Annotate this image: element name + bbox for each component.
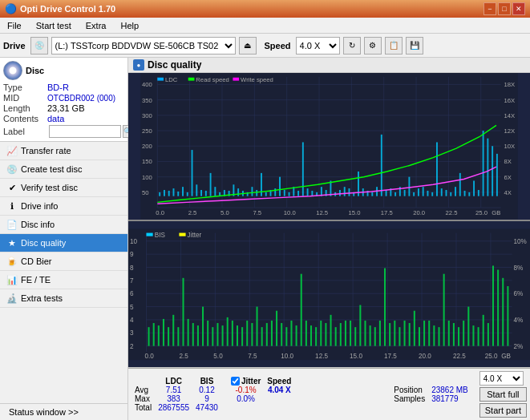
bis-avg: 0.12: [192, 386, 221, 394]
svg-rect-114: [431, 192, 433, 196]
svg-text:100: 100: [142, 174, 152, 181]
ldc-header: LDC: [155, 377, 192, 386]
sidebar-item-disc-info[interactable]: 📄 Disc info: [0, 216, 127, 234]
close-button[interactable]: ✕: [512, 2, 525, 15]
chart-title: Disc quality: [148, 59, 201, 71]
svg-text:17.5: 17.5: [381, 209, 393, 216]
svg-rect-67: [214, 187, 216, 196]
settings-button[interactable]: ⚙: [364, 37, 382, 55]
eject-button[interactable]: ⏏: [239, 37, 257, 55]
svg-rect-209: [290, 320, 292, 345]
disc-info-icon: 📄: [6, 219, 18, 230]
svg-rect-122: [468, 192, 470, 196]
svg-rect-227: [379, 320, 381, 345]
export-button[interactable]: 📋: [385, 37, 403, 55]
svg-rect-215: [320, 320, 322, 345]
sidebar-item-disc-quality[interactable]: ★ Disc quality: [0, 234, 127, 252]
svg-text:GB: GB: [501, 353, 511, 360]
drive-select[interactable]: (L:) TSSTcorp BDDVDW SE-506CB TS02: [51, 37, 236, 55]
svg-text:22.5: 22.5: [453, 353, 466, 360]
transfer-rate-label: Transfer rate: [21, 146, 71, 155]
samples-value: 381779: [428, 394, 471, 403]
minimize-button[interactable]: −: [483, 2, 496, 15]
maximize-button[interactable]: □: [498, 2, 511, 15]
svg-rect-188: [188, 318, 189, 345]
svg-text:3: 3: [130, 329, 134, 337]
menu-start-test[interactable]: Start test: [32, 20, 75, 31]
fe-te-label: FE / TE: [21, 275, 51, 285]
svg-rect-224: [364, 320, 366, 345]
svg-rect-201: [251, 323, 253, 346]
sidebar-item-fe-te[interactable]: 📊 FE / TE: [0, 271, 127, 289]
svg-text:6%: 6%: [514, 290, 524, 297]
menu-file[interactable]: File: [3, 20, 26, 31]
contents-label: Contents: [3, 114, 47, 123]
svg-text:8: 8: [130, 264, 134, 271]
svg-text:17.5: 17.5: [384, 353, 397, 360]
speed-dropdown[interactable]: 4.0 X: [479, 371, 524, 386]
label-input[interactable]: [49, 125, 121, 138]
svg-text:18X: 18X: [504, 81, 516, 88]
sidebar-item-drive-info[interactable]: ℹ Drive info: [0, 197, 127, 216]
start-full-button[interactable]: Start full: [479, 387, 527, 402]
svg-text:10: 10: [130, 237, 138, 244]
svg-text:4: 4: [130, 317, 134, 324]
svg-rect-58: [173, 188, 175, 196]
svg-rect-199: [241, 327, 243, 346]
svg-rect-127: [492, 146, 493, 196]
svg-rect-65: [205, 191, 207, 196]
svg-rect-56: [164, 190, 165, 196]
svg-rect-213: [310, 325, 312, 346]
svg-rect-124: [478, 190, 479, 196]
sidebar-item-cd-bier[interactable]: 🍺 CD Bier: [0, 252, 127, 271]
svg-rect-192: [207, 320, 208, 345]
sidebar-item-create-test-disc[interactable]: 💿 Create test disc: [0, 160, 127, 179]
svg-text:2.5: 2.5: [188, 209, 197, 216]
svg-text:25.0: 25.0: [485, 353, 498, 360]
svg-rect-202: [257, 306, 258, 345]
ldc-avg: 7.51: [155, 386, 192, 394]
sidebar-item-transfer-rate[interactable]: 📈 Transfer rate: [0, 142, 127, 160]
status-window-button[interactable]: Status window >>: [5, 406, 83, 418]
svg-rect-87: [307, 188, 309, 196]
svg-text:5.0: 5.0: [213, 353, 223, 360]
speed-label: Speed: [265, 41, 291, 50]
svg-text:10X: 10X: [504, 143, 516, 150]
sidebar-item-verify-test-disc[interactable]: ✔ Verify test disc: [0, 179, 127, 197]
svg-rect-235: [419, 327, 420, 346]
menu-extra[interactable]: Extra: [82, 20, 111, 31]
refresh-button[interactable]: ↻: [343, 37, 361, 55]
svg-text:Jitter: Jitter: [188, 231, 202, 238]
svg-rect-197: [232, 320, 233, 345]
top-chart-svg: 400 350 300 250 200 150 100 50 18X 16X 1…: [128, 73, 530, 220]
jitter-checkbox[interactable]: [231, 377, 240, 386]
svg-rect-189: [192, 323, 194, 346]
top-chart-area: 400 350 300 250 200 150 100 50 18X 16X 1…: [128, 73, 530, 221]
sidebar-item-extra-tests[interactable]: 🔬 Extra tests: [0, 289, 127, 308]
menu-help[interactable]: Help: [116, 20, 143, 31]
svg-rect-221: [350, 320, 351, 345]
svg-rect-240: [443, 273, 445, 345]
disc-section-title: Disc: [26, 66, 44, 75]
svg-rect-113: [427, 191, 428, 196]
svg-rect-75: [251, 187, 253, 196]
save-button[interactable]: 💾: [406, 37, 423, 55]
speed-header: Speed: [264, 377, 294, 386]
svg-rect-236: [423, 320, 425, 345]
svg-text:14X: 14X: [504, 112, 516, 119]
svg-text:300: 300: [142, 112, 152, 119]
svg-rect-78: [265, 192, 267, 196]
svg-rect-120: [459, 173, 461, 196]
nav-items: 📈 Transfer rate 💿 Create test disc ✔ Ver…: [0, 142, 127, 308]
svg-rect-82: [284, 190, 285, 196]
main-area: Disc Type BD-R MID OTCBDR002 (000) Lengt…: [0, 58, 530, 420]
svg-text:25.0: 25.0: [475, 209, 488, 216]
svg-text:16X: 16X: [504, 97, 516, 104]
svg-text:Write speed: Write speed: [241, 76, 273, 83]
charts-container: 400 350 300 250 200 150 100 50 18X 16X 1…: [128, 73, 530, 368]
svg-text:BIS: BIS: [155, 231, 166, 238]
speed-select[interactable]: 4.0 X: [296, 37, 340, 55]
svg-rect-225: [370, 325, 371, 346]
start-part-button[interactable]: Start part: [479, 403, 527, 418]
svg-rect-115: [436, 142, 438, 196]
